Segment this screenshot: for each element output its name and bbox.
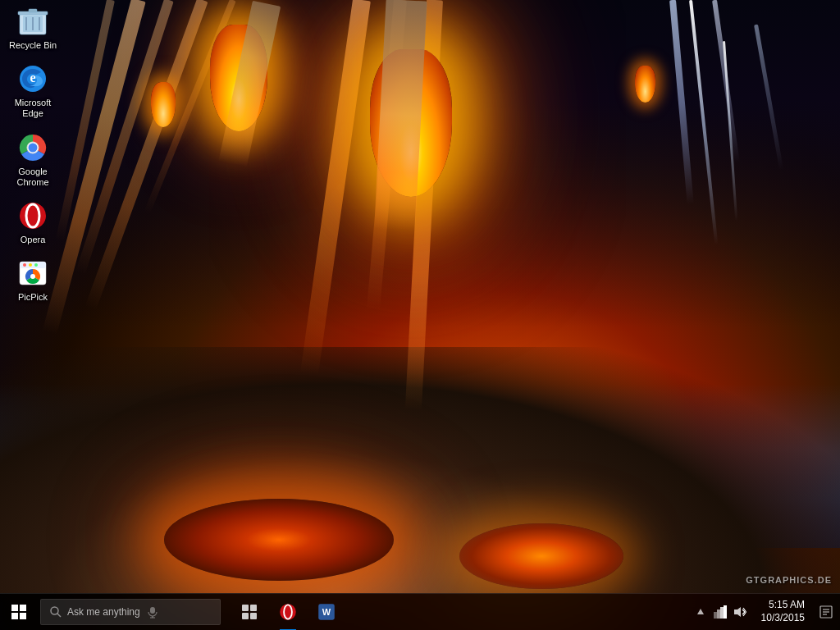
show-hidden-icons-button[interactable] — [692, 604, 709, 620]
svg-rect-26 — [242, 605, 249, 611]
recycle-bin-icon[interactable]: Recycle Bin — [0, 0, 66, 56]
task-view-icon — [242, 605, 257, 619]
svg-marker-34 — [697, 609, 704, 614]
edge-svg: e — [18, 64, 48, 94]
svg-rect-29 — [250, 613, 257, 619]
picpick-icon[interactable]: PicPick — [0, 252, 66, 308]
svg-rect-23 — [150, 607, 155, 614]
desktop-icons: Recycle Bin e Microsoft Edge — [0, 0, 66, 309]
opera-icon[interactable]: Opera — [0, 194, 66, 250]
volume-svg-icon — [733, 605, 746, 619]
picpick-svg — [18, 258, 48, 288]
svg-point-30 — [280, 604, 296, 620]
svg-line-22 — [57, 614, 61, 617]
chrome-svg — [18, 133, 48, 162]
opera-taskbar-icon — [279, 603, 297, 621]
win-quad-tr — [20, 605, 26, 611]
word-taskbar-button[interactable]: W — [308, 594, 345, 631]
microsoft-edge-icon[interactable]: e Microsoft Edge — [0, 57, 66, 124]
recycle-bin-svg — [18, 7, 48, 36]
clock-time: 5:15 AM — [769, 599, 805, 612]
recycle-bin-image — [16, 5, 49, 38]
svg-point-18 — [34, 263, 38, 267]
watermark: GTGRAPHICS.DE — [746, 575, 832, 585]
picpick-label: PicPick — [18, 292, 48, 303]
recycle-bin-label: Recycle Bin — [9, 40, 57, 51]
google-chrome-label: Google Chrome — [3, 167, 62, 188]
network-icon[interactable] — [712, 604, 728, 620]
svg-rect-28 — [242, 613, 249, 619]
microsoft-edge-image: e — [16, 62, 49, 95]
opera-label: Opera — [21, 235, 46, 245]
notification-center-button[interactable] — [811, 594, 840, 631]
taskbar: Ask me anything — [0, 593, 840, 630]
search-bar[interactable]: Ask me anything — [40, 599, 221, 625]
picpick-image — [16, 257, 49, 290]
google-chrome-image — [16, 131, 49, 164]
system-tray — [686, 604, 755, 620]
clock-area[interactable]: 5:15 AM 10/3/2015 — [755, 599, 811, 624]
search-placeholder-text: Ask me anything — [67, 606, 140, 618]
svg-point-10 — [29, 143, 38, 152]
google-chrome-icon[interactable]: Google Chrome — [0, 126, 66, 193]
svg-point-20 — [30, 274, 35, 279]
impact-crater-2 — [459, 523, 623, 589]
word-taskbar-icon: W — [317, 603, 336, 621]
windows-logo — [11, 605, 26, 619]
taskbar-apps: W — [224, 594, 686, 631]
svg-point-21 — [51, 607, 58, 614]
notification-icon — [819, 605, 833, 619]
small-fireball-2 — [635, 66, 655, 103]
desktop: GTGRAPHICS.DE Recycle Bin — [0, 0, 840, 630]
opera-image — [16, 199, 49, 232]
win-quad-tl — [11, 605, 18, 611]
search-icon — [49, 605, 62, 619]
svg-point-12 — [20, 203, 46, 229]
task-view-button[interactable] — [231, 594, 267, 631]
up-arrow-icon — [696, 608, 705, 616]
clock-date: 10/3/2015 — [761, 612, 805, 625]
win-quad-br — [20, 613, 26, 619]
start-button[interactable] — [0, 594, 37, 631]
win-quad-bl — [11, 613, 18, 619]
microphone-icon — [147, 606, 158, 618]
svg-rect-38 — [724, 605, 727, 619]
opera-taskbar-button[interactable] — [269, 594, 306, 631]
opera-svg — [18, 201, 48, 231]
svg-rect-27 — [250, 605, 257, 611]
svg-rect-35 — [714, 612, 717, 619]
svg-rect-3 — [29, 9, 37, 12]
svg-rect-36 — [717, 609, 720, 619]
svg-point-16 — [23, 263, 26, 267]
volume-icon[interactable] — [732, 604, 748, 620]
svg-text:e: e — [30, 71, 35, 84]
network-svg-icon — [714, 605, 727, 619]
svg-marker-39 — [734, 607, 741, 617]
svg-text:W: W — [322, 607, 331, 617]
impact-crater-1 — [164, 499, 394, 581]
microsoft-edge-label: Microsoft Edge — [3, 98, 62, 119]
svg-rect-37 — [720, 607, 724, 619]
svg-point-17 — [29, 263, 32, 267]
